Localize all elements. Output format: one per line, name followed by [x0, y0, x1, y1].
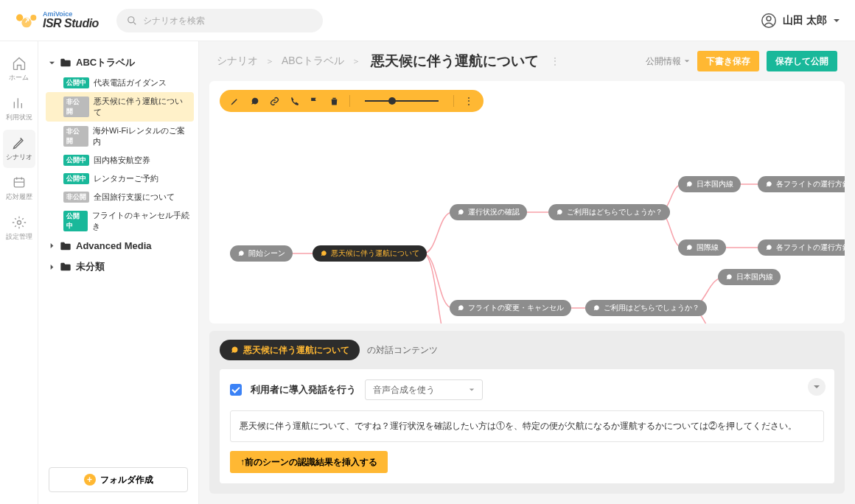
- insert-prev-button[interactable]: ↑前のシーンの認識結果を挿入する: [230, 451, 388, 473]
- scenario-row[interactable]: 公開中代表電話ガイダンス: [46, 74, 194, 92]
- node-q2[interactable]: ご利用はどちらでしょうか？: [585, 300, 707, 316]
- speech-icon: [237, 250, 245, 257]
- scenario-label: フライトのキャンセル手続き: [92, 210, 189, 232]
- scenario-tree: ABCトラベル公開中代表電話ガイダンス非公開悪天候に伴う運航について非公開海外W…: [38, 41, 198, 460]
- scenario-row[interactable]: 非公開全国旅行支援について: [46, 188, 194, 206]
- user-icon: [761, 13, 777, 29]
- chevron-down-icon: [833, 17, 840, 24]
- nav-gear[interactable]: 設定管理: [3, 209, 35, 248]
- node-main[interactable]: 悪天候に伴う運航について: [313, 245, 427, 262]
- bottom-panel-pill: 悪天候に伴う運航について: [220, 340, 360, 360]
- intro-checkbox-label: 利用者に導入発話を行う: [251, 383, 356, 396]
- node-policy1[interactable]: 各フライトの運行方針: [758, 176, 845, 192]
- nav-label: 利用状況: [6, 113, 32, 122]
- node-intl1[interactable]: 国際線: [678, 239, 726, 256]
- folder-row[interactable]: ABCトラベル: [46, 52, 194, 74]
- collapse-button[interactable]: [808, 378, 826, 396]
- status-badge: 公開中: [63, 173, 89, 184]
- chevron-down-icon: [684, 58, 690, 64]
- topbar: シナリオ ＞ ABCトラベル ＞ 悪天候に伴う運航について ⋮ 公開情報 下書き…: [199, 41, 855, 81]
- folder-row[interactable]: 未分類: [46, 256, 194, 278]
- speech-icon: [457, 304, 464, 312]
- speech-icon: [556, 209, 563, 216]
- speech-icon: [765, 181, 772, 188]
- scenario-row[interactable]: 公開中フライトのキャンセル手続き: [46, 206, 194, 236]
- node-check[interactable]: 運行状況の確認: [450, 204, 527, 220]
- folder-name: ABCトラベル: [76, 56, 135, 69]
- search-input[interactable]: [143, 15, 313, 26]
- node-dom2[interactable]: 日本国内線: [718, 269, 781, 285]
- tts-select[interactable]: 音声合成を使う: [365, 379, 483, 400]
- scenario-row[interactable]: 非公開海外Wi-Fiレンタルのご案内: [46, 122, 194, 151]
- status-badge: 非公開: [63, 126, 88, 147]
- chevron-right-icon: ＞: [265, 55, 274, 68]
- scenario-label: 国内格安航空券: [94, 155, 150, 166]
- scenario-label: 悪天候に伴う運航について: [94, 96, 189, 118]
- status-badge: 公開中: [63, 77, 89, 88]
- speech-icon: [593, 304, 600, 312]
- svg-rect-6: [14, 178, 24, 187]
- save-draft-button[interactable]: 下書き保存: [697, 51, 759, 71]
- svg-point-0: [16, 14, 23, 21]
- nav-edit[interactable]: シナリオ: [3, 130, 35, 168]
- graph-canvas[interactable]: ⋮ 開始シーン 悪天候に伴う運航について （未設定） 運行状況の確認 フライトの…: [209, 81, 845, 323]
- nav-home[interactable]: ホーム: [3, 50, 35, 88]
- speech-icon: [685, 244, 693, 251]
- speech-icon: [685, 181, 693, 188]
- more-icon[interactable]: ⋮: [551, 56, 559, 66]
- edit-icon: [12, 136, 27, 150]
- create-folder-button[interactable]: + フォルダ作成: [49, 467, 188, 492]
- speech-icon: [765, 244, 772, 251]
- nav-label: シナリオ: [6, 153, 32, 162]
- svg-point-7: [17, 221, 21, 225]
- home-icon: [12, 56, 27, 71]
- folder-icon: [60, 262, 71, 272]
- chevron-right-icon: ＞: [352, 55, 360, 68]
- svg-point-5: [767, 16, 771, 21]
- folder-icon: [60, 241, 71, 251]
- folder-name: 未分類: [76, 260, 105, 273]
- status-badge: 公開中: [63, 155, 89, 166]
- scenario-row[interactable]: 公開中国内格安航空券: [46, 151, 194, 169]
- node-start[interactable]: 開始シーン: [230, 245, 293, 262]
- nav-label: 設定管理: [6, 232, 32, 242]
- breadcrumb-root[interactable]: シナリオ: [217, 55, 258, 68]
- folder-icon: [60, 57, 71, 68]
- folder-row[interactable]: Advanced Media: [46, 236, 194, 256]
- scenario-label: レンタカーご予約: [94, 173, 158, 184]
- scenario-label: 海外Wi-Fiレンタルのご案内: [93, 125, 189, 147]
- utterance-textarea[interactable]: 悪天候に伴う運航について、ですね？運行状況を確認したい方は①を、特定の便が欠航に…: [230, 410, 824, 442]
- logo-icon: [15, 13, 38, 29]
- save-publish-button[interactable]: 保存して公開: [767, 51, 837, 71]
- page-title: 悪天候に伴う運航について: [371, 52, 539, 71]
- scenario-row[interactable]: 公開中レンタカーご予約: [46, 169, 194, 188]
- bottom-panel-suffix: の対話コンテンツ: [367, 344, 438, 357]
- scenario-row[interactable]: 非公開悪天候に伴う運航について: [46, 92, 194, 122]
- nav-chart[interactable]: 利用状況: [3, 90, 35, 128]
- chevron-down-icon: [49, 60, 55, 66]
- node-dom1[interactable]: 日本国内線: [678, 176, 741, 192]
- publish-info-link[interactable]: 公開情報: [646, 55, 690, 68]
- create-folder-label: フォルダ作成: [100, 474, 153, 486]
- logo: AmiVoice ISR Studio: [15, 11, 99, 29]
- status-badge: 公開中: [63, 211, 88, 231]
- breadcrumb-folder[interactable]: ABCトラベル: [282, 55, 344, 68]
- chart-icon: [12, 96, 27, 111]
- node-q1[interactable]: ご利用はどちらでしょうか？: [548, 204, 670, 220]
- search-icon: [127, 15, 137, 26]
- chevron-right-icon: [49, 242, 55, 249]
- icon-nav: ホーム利用状況シナリオ応対履歴設定管理: [0, 41, 38, 504]
- search-box[interactable]: [116, 9, 323, 32]
- chevron-down-icon: [469, 387, 475, 393]
- nav-history[interactable]: 応対履歴: [3, 169, 35, 208]
- intro-checkbox[interactable]: [230, 384, 242, 396]
- svg-point-3: [128, 16, 134, 22]
- status-badge: 非公開: [63, 192, 89, 203]
- folder-name: Advanced Media: [76, 240, 152, 251]
- user-menu[interactable]: 山田 太郎: [761, 13, 840, 29]
- nav-label: 応対履歴: [6, 192, 32, 202]
- speech-icon: [320, 250, 327, 257]
- node-policy2[interactable]: 各フライトの運行方針: [758, 239, 845, 256]
- node-change[interactable]: フライトの変更・キャンセル: [450, 300, 571, 316]
- chevron-down-icon: [813, 383, 820, 391]
